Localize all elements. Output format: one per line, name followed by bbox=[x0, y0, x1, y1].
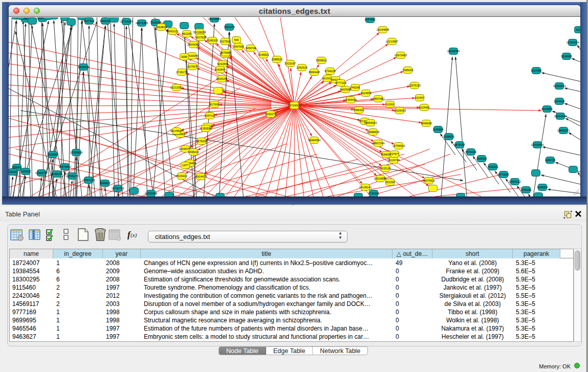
svg-text:9390: 9390 bbox=[181, 55, 187, 58]
svg-text:252254: 252254 bbox=[385, 181, 395, 184]
svg-text:9227342: 9227342 bbox=[531, 69, 541, 72]
svg-text:10688609: 10688609 bbox=[367, 130, 379, 134]
svg-text:17359928: 17359928 bbox=[70, 151, 82, 154]
svg-text:8215955: 8215955 bbox=[541, 107, 552, 111]
svg-text:15692971: 15692971 bbox=[557, 129, 570, 132]
svg-text:8186323: 8186323 bbox=[207, 39, 217, 42]
svg-text:21364436: 21364436 bbox=[344, 98, 357, 101]
svg-text:3267130: 3267130 bbox=[204, 114, 215, 117]
svg-text:9242845: 9242845 bbox=[214, 68, 225, 71]
svg-text:546: 546 bbox=[234, 38, 238, 41]
svg-text:2020657: 2020657 bbox=[47, 153, 58, 156]
svg-text:2803144: 2803144 bbox=[216, 77, 227, 80]
svg-text:2687682: 2687682 bbox=[364, 18, 375, 21]
svg-text:1615132: 1615132 bbox=[380, 167, 390, 170]
svg-text:7357274: 7357274 bbox=[224, 26, 234, 29]
svg-text:3875685: 3875685 bbox=[220, 51, 231, 54]
svg-text:9329966: 9329966 bbox=[561, 55, 572, 58]
svg-text:10756923: 10756923 bbox=[393, 144, 405, 147]
svg-text:1498222: 1498222 bbox=[188, 150, 199, 154]
svg-text:7625402: 7625402 bbox=[176, 174, 187, 178]
svg-text:5322037: 5322037 bbox=[285, 62, 295, 65]
svg-text:53226058: 53226058 bbox=[193, 31, 206, 34]
svg-text:7632621: 7632621 bbox=[487, 165, 498, 168]
svg-text:16782759: 16782759 bbox=[112, 187, 124, 190]
svg-text:7986322: 7986322 bbox=[353, 108, 364, 112]
svg-text:8990448: 8990448 bbox=[309, 71, 319, 74]
svg-text:16210643: 16210643 bbox=[554, 115, 567, 118]
svg-text:1145194: 1145194 bbox=[51, 172, 62, 176]
svg-text:5938923: 5938923 bbox=[443, 135, 454, 138]
svg-text:9777169: 9777169 bbox=[335, 81, 346, 84]
svg-text:10246?: 10246? bbox=[415, 96, 424, 99]
svg-text:10973493: 10973493 bbox=[395, 54, 407, 57]
svg-text:16120746: 16120746 bbox=[387, 159, 400, 162]
svg-text:1733426: 1733426 bbox=[368, 192, 379, 195]
svg-text:3624554: 3624554 bbox=[360, 92, 371, 95]
svg-text:16543362: 16543362 bbox=[187, 43, 200, 46]
svg-text:12505135: 12505135 bbox=[66, 174, 78, 178]
svg-text:6879197: 6879197 bbox=[454, 143, 465, 146]
svg-text:10807487: 10807487 bbox=[372, 97, 384, 100]
svg-text:1588520: 1588520 bbox=[271, 58, 282, 61]
svg-text:6497568: 6497568 bbox=[340, 88, 351, 91]
svg-text:10719185: 10719185 bbox=[120, 20, 133, 23]
svg-text:19384554: 19384554 bbox=[308, 139, 320, 142]
svg-text:1362615: 1362615 bbox=[296, 66, 307, 69]
svg-text:12923468: 12923468 bbox=[145, 192, 157, 195]
svg-text:23302?3: 23302?3 bbox=[265, 113, 276, 116]
svg-text:1995817: 1995817 bbox=[99, 182, 110, 185]
svg-text:9474444: 9474444 bbox=[465, 150, 476, 154]
svg-text:16033809: 16033809 bbox=[208, 17, 221, 20]
svg-text:2718170: 2718170 bbox=[176, 71, 187, 74]
svg-text:17016504: 17016504 bbox=[531, 143, 543, 146]
svg-text:12213393: 12213393 bbox=[170, 86, 183, 89]
svg-text:1115682: 1115682 bbox=[20, 170, 31, 173]
svg-text:16671355: 16671355 bbox=[136, 21, 148, 25]
svg-text:12213967: 12213967 bbox=[386, 40, 398, 43]
svg-text:19654923: 19654923 bbox=[364, 121, 377, 124]
svg-text:1112: 1112 bbox=[576, 28, 580, 31]
svg-text:1186753: 1186753 bbox=[545, 159, 555, 162]
svg-text:2935114: 2935114 bbox=[476, 157, 487, 160]
svg-text:18807249: 18807249 bbox=[372, 142, 384, 145]
svg-text:147?: 147? bbox=[182, 164, 188, 167]
svg-text:7955812: 7955812 bbox=[316, 59, 326, 62]
svg-text:7485063: 7485063 bbox=[402, 69, 413, 72]
svg-text:16914479: 16914479 bbox=[194, 175, 207, 178]
svg-text:11700?: 11700? bbox=[188, 65, 197, 68]
svg-text:10654112: 10654112 bbox=[509, 180, 521, 183]
svg-text:746266: 746266 bbox=[351, 86, 360, 89]
svg-text:9427552x: 9427552x bbox=[423, 179, 435, 182]
svg-text:1244415: 1244415 bbox=[554, 100, 564, 103]
svg-text:12093873: 12093873 bbox=[553, 84, 565, 87]
svg-text:18724007: 18724007 bbox=[288, 104, 300, 107]
svg-text:2905334: 2905334 bbox=[78, 65, 89, 69]
svg-text:1640954: 1640954 bbox=[432, 128, 443, 131]
svg-text:10025433: 10025433 bbox=[394, 109, 406, 112]
svg-text:9245052: 9245052 bbox=[520, 188, 531, 191]
svg-text:1527602: 1527602 bbox=[83, 19, 94, 23]
svg-text:9427552?: 9427552? bbox=[170, 129, 183, 133]
svg-text:9242848: 9242848 bbox=[217, 62, 228, 65]
svg-text:8878334: 8878334 bbox=[196, 140, 207, 143]
svg-text:12975115: 12975115 bbox=[408, 84, 421, 87]
svg-text:6794028: 6794028 bbox=[324, 70, 335, 73]
svg-text:8660123: 8660123 bbox=[167, 30, 178, 33]
svg-text:9115460: 9115460 bbox=[419, 106, 429, 109]
svg-text:12942737: 12942737 bbox=[35, 171, 48, 174]
svg-text:11353594: 11353594 bbox=[200, 127, 212, 130]
svg-text:16524851: 16524851 bbox=[374, 177, 386, 180]
svg-text:9327502: 9327502 bbox=[220, 40, 230, 43]
svg-text:8699695: 8699695 bbox=[421, 122, 431, 125]
svg-text:15751074: 15751074 bbox=[567, 41, 579, 44]
svg-text:90975857: 90975857 bbox=[59, 165, 71, 168]
svg-text:6466160: 6466160 bbox=[100, 19, 111, 23]
svg-text:7663822: 7663822 bbox=[156, 26, 166, 29]
svg-text:9146821: 9146821 bbox=[258, 53, 269, 56]
svg-text:(x): (x) bbox=[130, 232, 137, 238]
svg-text:19757?: 19757? bbox=[390, 152, 399, 156]
svg-text:891295: 891295 bbox=[182, 32, 191, 35]
svg-text:9327508: 9327508 bbox=[195, 36, 206, 39]
svg-text:62160: 62160 bbox=[386, 103, 394, 106]
